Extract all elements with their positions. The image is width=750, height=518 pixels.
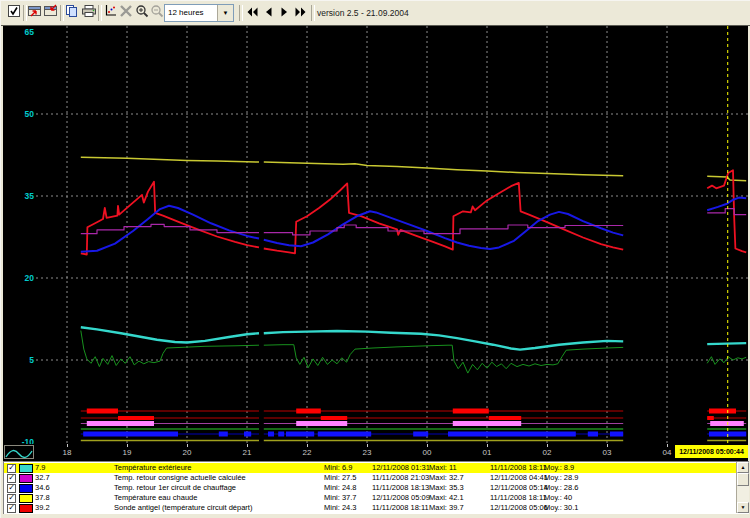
digital-row-5-on-segment <box>244 432 251 437</box>
series-average: Moy.: 28.9 <box>544 473 578 483</box>
y-tick-label: -10 <box>22 437 35 444</box>
digital-row-1-on-segment <box>87 409 118 414</box>
series-cursor-value: 39.2 <box>35 503 50 513</box>
x-tick-mark <box>427 444 428 447</box>
digital-row-2-on-segment <box>707 416 714 420</box>
trend-plot-area[interactable]: 655035205-10 <box>3 26 748 444</box>
series-min: Mini: 27.5 <box>324 473 357 483</box>
series-sonde-antigel <box>264 183 623 254</box>
series-sonde-antigel <box>707 170 746 252</box>
series-cursor-value: 7.9 <box>35 463 45 473</box>
zoom-out-button <box>148 4 165 22</box>
step-back-icon <box>264 4 273 22</box>
zoom-in-icon <box>135 4 149 22</box>
toolbar-separator <box>98 5 102 21</box>
digital-row-5-on-segment <box>83 432 178 437</box>
x-tick-label: 18 <box>57 448 77 457</box>
trend-plot[interactable]: 655035205-10 <box>3 26 748 444</box>
digital-row-5-on-segment <box>448 432 576 437</box>
digital-row-5-on-segment <box>286 432 314 437</box>
legend-row[interactable]: ✓32.7Temp. retour consigne actuelle calc… <box>4 473 736 483</box>
y-tick-label: 65 <box>25 27 35 37</box>
digital-row-2-on-segment <box>118 416 154 420</box>
step-forward-button[interactable] <box>276 4 293 22</box>
series-temperature-eau-chaude <box>264 162 623 176</box>
series-min: Mini: 24.3 <box>324 503 357 513</box>
series-min-date: 11/11/2008 18:11 <box>372 503 429 513</box>
time-range-value: 12 heures <box>168 8 204 17</box>
scrollbar-thumb[interactable] <box>737 473 749 486</box>
series-chaudiere-analog <box>707 357 746 365</box>
x-tick-label: 22 <box>297 448 317 457</box>
zoom-out-icon <box>150 4 164 22</box>
fast-forward-button[interactable] <box>292 4 309 22</box>
axes-setup-icon <box>103 4 117 22</box>
digital-row-5-on-segment <box>318 432 371 437</box>
series-visibility-checkbox[interactable]: ✓ <box>7 464 16 473</box>
digital-row-5-on-segment <box>268 432 274 437</box>
digital-row-1-on-segment <box>296 409 321 414</box>
x-tick-label: 21 <box>237 448 257 457</box>
x-tick-label: 04 <box>657 448 677 457</box>
series-sonde-antigel <box>81 182 259 255</box>
scroll-up-button[interactable]: ▲ <box>737 462 749 473</box>
scroll-down-button[interactable]: ▼ <box>737 502 749 513</box>
step-back-button[interactable] <box>260 4 277 22</box>
series-temperature-exterieure <box>707 343 746 344</box>
digital-row-5-on-segment <box>588 432 598 437</box>
toolbar-separator <box>239 5 243 21</box>
legend-panel: ✓7.9Température extérieureMini: 6.912/11… <box>3 461 749 514</box>
x-tick-mark <box>367 444 368 447</box>
series-color-swatch <box>19 484 33 493</box>
export-window-button[interactable] <box>26 4 43 22</box>
series-visibility-checkbox[interactable]: ✓ <box>7 484 16 493</box>
series-min-date: 12/11/2008 05:09 <box>372 493 430 503</box>
toolbar-separator <box>311 5 315 21</box>
x-tick-mark <box>607 444 608 447</box>
time-range-combobox[interactable]: 12 heures ▼ <box>164 4 234 22</box>
x-tick-mark <box>307 444 308 447</box>
x-tick-mark <box>667 444 668 447</box>
series-cursor-value: 34.6 <box>35 483 50 493</box>
print-icon <box>81 4 97 22</box>
digital-row-5-on-segment <box>610 432 623 437</box>
series-average: Moy.: 28.6 <box>544 483 578 493</box>
import-window-icon <box>43 4 58 22</box>
legend-row[interactable]: ✓39.2Sonde antigel (température circuit … <box>4 503 736 513</box>
copy-button[interactable] <box>63 4 80 22</box>
x-tick-label: 00 <box>417 448 437 457</box>
select-checkbox-button[interactable] <box>5 4 22 22</box>
digital-row-1-on-segment <box>709 409 736 414</box>
legend-row[interactable]: ✓7.9Température extérieureMini: 6.912/11… <box>4 463 736 473</box>
series-visibility-checkbox[interactable]: ✓ <box>7 474 16 483</box>
digital-row-3-on-segment <box>453 421 521 426</box>
series-visibility-checkbox[interactable]: ✓ <box>7 494 16 503</box>
digital-row-3-on-segment <box>87 421 154 426</box>
print-button[interactable] <box>80 4 97 22</box>
y-tick-label: 35 <box>25 191 35 201</box>
toolbar-separator <box>60 5 64 21</box>
series-min-date: 11/11/2008 21:03 <box>372 473 429 483</box>
copy-icon <box>64 4 79 22</box>
rewind-button[interactable] <box>244 4 261 22</box>
series-visibility-checkbox[interactable]: ✓ <box>7 504 16 513</box>
delete-x-icon <box>119 4 133 22</box>
y-tick-label: 5 <box>29 355 34 365</box>
import-window-button[interactable] <box>42 4 59 22</box>
legend-row[interactable]: ✓34.6Temp. retour 1er circuit de chauffa… <box>4 483 736 493</box>
chevron-down-icon[interactable]: ▼ <box>217 5 233 21</box>
digital-row-3-on-segment <box>710 421 744 426</box>
x-tick-mark <box>487 444 488 447</box>
series-temp-retour-1er-circuit <box>264 211 623 249</box>
curve-mode-button[interactable] <box>4 445 34 459</box>
legend-row[interactable]: ✓37.8Température eau chaudeMini: 37.712/… <box>4 493 736 503</box>
x-tick-label: 19 <box>117 448 137 457</box>
series-temp-retour-consigne <box>707 209 746 215</box>
select-checkbox-icon <box>7 4 21 22</box>
x-tick-mark <box>187 444 188 447</box>
x-tick-label: 01 <box>477 448 497 457</box>
version-label: version 2.5 - 21.09.2004 <box>317 8 409 18</box>
series-temperature-eau-chaude <box>81 157 259 162</box>
axes-setup-button[interactable] <box>101 4 118 22</box>
legend-scrollbar[interactable]: ▲ ▼ <box>736 462 749 513</box>
